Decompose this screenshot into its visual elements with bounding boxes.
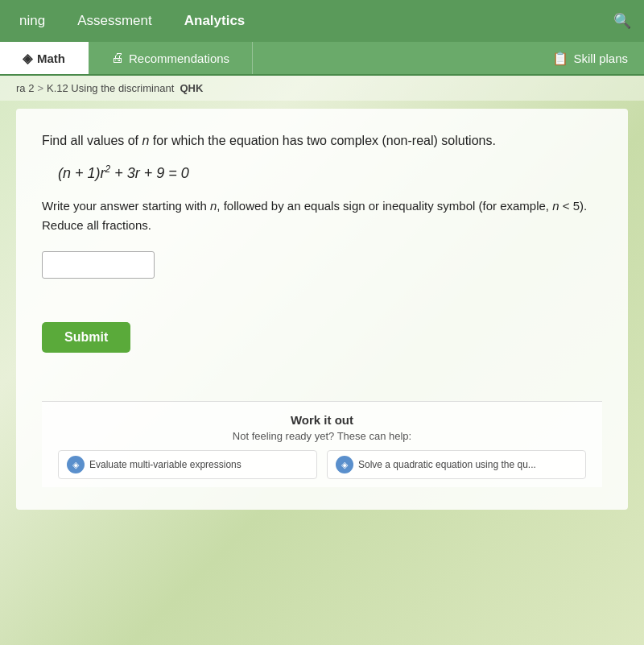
breadcrumb-separator: > — [37, 82, 43, 94]
skill-plans-icon: 📋 — [552, 51, 568, 66]
main-content: Find all values of n for which the equat… — [16, 109, 628, 510]
recommendations-icon: 🖨 — [111, 51, 124, 65]
tab-bar: ◈ Math 🖨 Recommendations 📋 Skill plans — [0, 42, 644, 76]
help-item-1-label: Evaluate multi-variable expressions — [89, 459, 242, 470]
tab-skill-plans-label: Skill plans — [573, 52, 628, 65]
nav-item-learning[interactable]: ning — [13, 10, 52, 32]
problem-description: Find all values of n for which the equat… — [42, 131, 602, 151]
breadcrumb: ra 2 > K.12 Using the discriminant QHK — [0, 76, 644, 101]
search-icon[interactable]: 🔍 — [613, 12, 631, 30]
tab-recommendations[interactable]: 🖨 Recommendations — [89, 42, 253, 74]
breadcrumb-parent[interactable]: ra 2 — [16, 82, 34, 94]
nav-item-analytics[interactable]: Analytics — [178, 10, 252, 32]
help-items-list: ◈ Evaluate multi-variable expressions ◈ … — [58, 450, 586, 479]
help-item-2-label: Solve a quadratic equation using the qu.… — [358, 459, 536, 470]
work-it-out-subtitle: Not feeling ready yet? These can help: — [58, 430, 586, 442]
instruction-text: Write your answer starting with n, follo… — [42, 196, 602, 235]
work-it-out-section: Work it out Not feeling ready yet? These… — [42, 401, 602, 487]
equation-display: (n + 1)r2 + 3r + 9 = 0 — [58, 163, 602, 182]
math-icon: ◈ — [23, 51, 32, 66]
submit-button[interactable]: Submit — [42, 322, 130, 353]
help-item-1[interactable]: ◈ Evaluate multi-variable expressions — [58, 450, 317, 479]
tab-recommendations-label: Recommendations — [129, 52, 229, 65]
help-item-2[interactable]: ◈ Solve a quadratic equation using the q… — [327, 450, 586, 479]
tab-math[interactable]: ◈ Math — [0, 42, 89, 74]
nav-item-assessment[interactable]: Assessment — [71, 10, 159, 32]
answer-input[interactable] — [42, 251, 155, 279]
tab-math-label: Math — [37, 52, 65, 65]
help-icon-2: ◈ — [336, 456, 353, 473]
top-navigation: ning Assessment Analytics 🔍 — [0, 0, 644, 42]
help-icon-1: ◈ — [67, 456, 85, 473]
submit-label: Submit — [64, 330, 108, 345]
work-it-out-title: Work it out — [58, 413, 586, 427]
breadcrumb-current: K.12 Using the discriminant QHK — [47, 82, 203, 94]
tab-skill-plans[interactable]: 📋 Skill plans — [536, 42, 644, 74]
